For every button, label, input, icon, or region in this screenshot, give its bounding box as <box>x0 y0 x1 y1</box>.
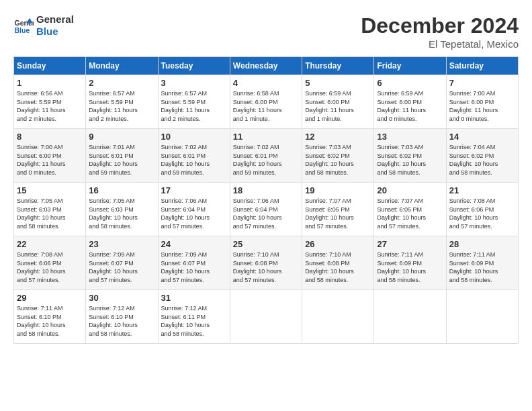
table-cell: 11Sunrise: 7:02 AMSunset: 6:01 PMDayligh… <box>230 129 302 183</box>
day-info: Sunrise: 7:10 AMSunset: 6:08 PMDaylight:… <box>305 250 371 284</box>
logo-text: GeneralBlue <box>36 13 74 38</box>
day-number: 20 <box>377 185 443 195</box>
day-number: 17 <box>161 185 227 195</box>
day-number: 13 <box>377 132 443 142</box>
day-info: Sunrise: 7:02 AMSunset: 6:01 PMDaylight:… <box>233 143 299 177</box>
day-number: 15 <box>17 185 83 195</box>
table-cell: 23Sunrise: 7:09 AMSunset: 6:07 PMDayligh… <box>86 236 158 290</box>
day-number: 23 <box>89 239 154 249</box>
table-cell: 30Sunrise: 7:12 AMSunset: 6:10 PMDayligh… <box>86 290 158 344</box>
table-cell: 17Sunrise: 7:06 AMSunset: 6:04 PMDayligh… <box>158 183 230 236</box>
day-number: 25 <box>233 239 299 249</box>
col-tuesday: Tuesday <box>158 57 230 75</box>
day-number: 31 <box>161 293 227 303</box>
table-cell: 10Sunrise: 7:02 AMSunset: 6:01 PMDayligh… <box>158 129 230 183</box>
calendar-row: 8Sunrise: 7:00 AMSunset: 6:00 PMDaylight… <box>14 129 519 183</box>
day-number: 4 <box>233 78 299 88</box>
table-cell: 24Sunrise: 7:09 AMSunset: 6:07 PMDayligh… <box>158 236 230 290</box>
header-row: Sunday Monday Tuesday Wednesday Thursday… <box>14 57 519 75</box>
day-info: Sunrise: 6:57 AMSunset: 5:59 PMDaylight:… <box>161 89 227 123</box>
day-info: Sunrise: 6:56 AMSunset: 5:59 PMDaylight:… <box>17 89 83 123</box>
table-cell: 2Sunrise: 6:57 AMSunset: 5:59 PMDaylight… <box>86 75 158 129</box>
table-cell: 5Sunrise: 6:59 AMSunset: 6:00 PMDaylight… <box>302 75 374 129</box>
day-number: 5 <box>305 78 371 88</box>
table-cell: 26Sunrise: 7:10 AMSunset: 6:08 PMDayligh… <box>302 236 374 290</box>
day-number: 1 <box>17 78 83 88</box>
table-cell: 28Sunrise: 7:11 AMSunset: 6:09 PMDayligh… <box>446 236 518 290</box>
day-number: 16 <box>89 185 154 195</box>
day-info: Sunrise: 7:00 AMSunset: 6:00 PMDaylight:… <box>17 143 83 177</box>
day-number: 22 <box>17 239 83 249</box>
day-info: Sunrise: 7:06 AMSunset: 6:04 PMDaylight:… <box>161 197 227 230</box>
title-section: December 2024 El Tepetatal, Mexico <box>361 13 519 50</box>
day-info: Sunrise: 7:12 AMSunset: 6:11 PMDaylight:… <box>161 304 227 338</box>
table-cell: 9Sunrise: 7:01 AMSunset: 6:01 PMDaylight… <box>86 129 158 183</box>
day-info: Sunrise: 7:11 AMSunset: 6:09 PMDaylight:… <box>449 250 515 284</box>
day-number: 27 <box>377 239 443 249</box>
table-cell: 25Sunrise: 7:10 AMSunset: 6:08 PMDayligh… <box>230 236 302 290</box>
calendar-row: 22Sunrise: 7:08 AMSunset: 6:06 PMDayligh… <box>14 236 519 290</box>
day-number: 21 <box>449 185 515 195</box>
table-cell: 15Sunrise: 7:05 AMSunset: 6:03 PMDayligh… <box>14 183 86 236</box>
table-cell: 27Sunrise: 7:11 AMSunset: 6:09 PMDayligh… <box>374 236 446 290</box>
table-cell: 19Sunrise: 7:07 AMSunset: 6:05 PMDayligh… <box>302 183 374 236</box>
day-info: Sunrise: 6:57 AMSunset: 5:59 PMDaylight:… <box>89 89 154 123</box>
day-info: Sunrise: 7:07 AMSunset: 6:05 PMDaylight:… <box>305 197 371 230</box>
day-number: 11 <box>233 132 299 142</box>
table-cell: 3Sunrise: 6:57 AMSunset: 5:59 PMDaylight… <box>158 75 230 129</box>
day-number: 7 <box>449 78 515 88</box>
day-info: Sunrise: 7:11 AMSunset: 6:09 PMDaylight:… <box>377 250 443 284</box>
day-number: 18 <box>233 185 299 195</box>
page-header: General Blue GeneralBlue December 2024 E… <box>13 13 519 50</box>
day-info: Sunrise: 7:08 AMSunset: 6:06 PMDaylight:… <box>449 197 515 230</box>
day-info: Sunrise: 7:05 AMSunset: 6:03 PMDaylight:… <box>89 197 154 230</box>
day-info: Sunrise: 7:02 AMSunset: 6:01 PMDaylight:… <box>161 143 227 177</box>
table-cell: 7Sunrise: 7:00 AMSunset: 6:00 PMDaylight… <box>446 75 518 129</box>
day-number: 8 <box>17 132 83 142</box>
calendar-table: Sunday Monday Tuesday Wednesday Thursday… <box>13 56 519 344</box>
day-number: 3 <box>161 78 227 88</box>
day-info: Sunrise: 6:59 AMSunset: 6:00 PMDaylight:… <box>305 89 371 123</box>
table-cell: 16Sunrise: 7:05 AMSunset: 6:03 PMDayligh… <box>86 183 158 236</box>
table-cell <box>374 290 446 344</box>
calendar-subtitle: El Tepetatal, Mexico <box>361 38 519 50</box>
day-info: Sunrise: 7:03 AMSunset: 6:02 PMDaylight:… <box>305 143 371 177</box>
day-info: Sunrise: 7:09 AMSunset: 6:07 PMDaylight:… <box>89 250 154 284</box>
day-number: 24 <box>161 239 227 249</box>
table-cell: 18Sunrise: 7:06 AMSunset: 6:04 PMDayligh… <box>230 183 302 236</box>
calendar-row: 1Sunrise: 6:56 AMSunset: 5:59 PMDaylight… <box>14 75 519 129</box>
day-info: Sunrise: 7:06 AMSunset: 6:04 PMDaylight:… <box>233 197 299 230</box>
col-sunday: Sunday <box>14 57 86 75</box>
day-number: 19 <box>305 185 371 195</box>
day-info: Sunrise: 7:01 AMSunset: 6:01 PMDaylight:… <box>89 143 154 177</box>
calendar-row: 15Sunrise: 7:05 AMSunset: 6:03 PMDayligh… <box>14 183 519 236</box>
day-info: Sunrise: 7:03 AMSunset: 6:02 PMDaylight:… <box>377 143 443 177</box>
day-info: Sunrise: 6:59 AMSunset: 6:00 PMDaylight:… <box>377 89 443 123</box>
logo-icon: General Blue <box>13 15 34 36</box>
day-number: 9 <box>89 132 154 142</box>
col-wednesday: Wednesday <box>230 57 302 75</box>
table-cell: 8Sunrise: 7:00 AMSunset: 6:00 PMDaylight… <box>14 129 86 183</box>
table-cell: 6Sunrise: 6:59 AMSunset: 6:00 PMDaylight… <box>374 75 446 129</box>
col-saturday: Saturday <box>446 57 518 75</box>
table-cell: 22Sunrise: 7:08 AMSunset: 6:06 PMDayligh… <box>14 236 86 290</box>
table-cell: 1Sunrise: 6:56 AMSunset: 5:59 PMDaylight… <box>14 75 86 129</box>
day-info: Sunrise: 7:09 AMSunset: 6:07 PMDaylight:… <box>161 250 227 284</box>
col-thursday: Thursday <box>302 57 374 75</box>
day-number: 6 <box>377 78 443 88</box>
table-cell: 13Sunrise: 7:03 AMSunset: 6:02 PMDayligh… <box>374 129 446 183</box>
table-cell <box>230 290 302 344</box>
day-info: Sunrise: 7:00 AMSunset: 6:00 PMDaylight:… <box>449 89 515 123</box>
table-cell: 20Sunrise: 7:07 AMSunset: 6:05 PMDayligh… <box>374 183 446 236</box>
calendar-body: 1Sunrise: 6:56 AMSunset: 5:59 PMDaylight… <box>14 75 519 344</box>
table-cell: 12Sunrise: 7:03 AMSunset: 6:02 PMDayligh… <box>302 129 374 183</box>
day-info: Sunrise: 6:58 AMSunset: 6:00 PMDaylight:… <box>233 89 299 123</box>
day-info: Sunrise: 7:04 AMSunset: 6:02 PMDaylight:… <box>449 143 515 177</box>
table-cell: 31Sunrise: 7:12 AMSunset: 6:11 PMDayligh… <box>158 290 230 344</box>
day-info: Sunrise: 7:12 AMSunset: 6:10 PMDaylight:… <box>89 304 154 338</box>
table-cell: 29Sunrise: 7:11 AMSunset: 6:10 PMDayligh… <box>14 290 86 344</box>
table-cell <box>302 290 374 344</box>
day-number: 28 <box>449 239 515 249</box>
col-friday: Friday <box>374 57 446 75</box>
col-monday: Monday <box>86 57 158 75</box>
